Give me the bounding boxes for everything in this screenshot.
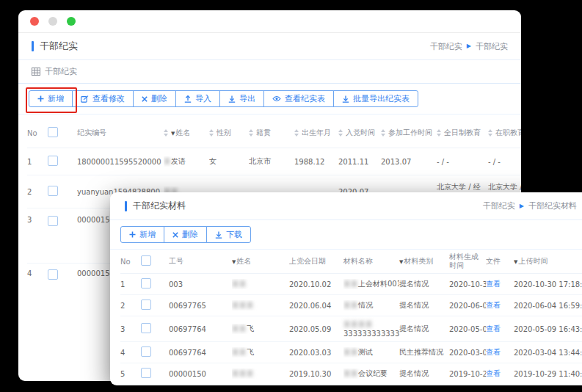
employee-id: 003	[169, 280, 232, 288]
import-button[interactable]: 导入	[175, 90, 220, 107]
column-header-onjob-education[interactable]: 在职教育	[488, 128, 521, 138]
row-checkbox[interactable]	[141, 346, 151, 357]
redacted-text: 某某	[232, 280, 247, 288]
column-header-no: No	[120, 258, 141, 266]
column-header-record-id[interactable]: 纪实编号	[77, 128, 164, 138]
table-row[interactable]: 6 00697764 某某飞 2019.10.30 某某会议纪要 提名情况 20…	[120, 385, 582, 385]
row-no: 4	[120, 349, 141, 357]
column-header-fulltime-education[interactable]: 全日制教育	[437, 128, 488, 138]
column-header-gender[interactable]: 性别	[209, 128, 249, 138]
export-button[interactable]: 导出	[219, 90, 264, 107]
view-file-link[interactable]: 查看	[486, 301, 501, 309]
table-row[interactable]: 4 00697764 某某飞 2020.03.03 某某测试 民主推荐情况 20…	[120, 342, 582, 363]
cadre-record-materials-panel: 干部纪实材料 干部纪实 ▶ 干部纪实材料 新增 删除 下载 No	[110, 192, 582, 385]
person-name: 某某飞	[232, 324, 289, 334]
column-header-upload-time[interactable]: ▼上传时间	[514, 256, 582, 266]
delete-button[interactable]: 删除	[164, 226, 207, 243]
row-checkbox[interactable]	[141, 323, 151, 333]
sort-icon[interactable]	[437, 129, 441, 137]
toolbar-button-group: 新增 查看修改 删除 导入 导出 查看纪实表	[29, 90, 418, 107]
sort-icon[interactable]	[488, 129, 492, 137]
person-name: 某发语	[164, 156, 209, 167]
breadcrumb-root[interactable]: 干部纪实	[430, 41, 462, 52]
column-header-material-name[interactable]: 材料名称	[343, 256, 399, 266]
view-file-link[interactable]: 查看	[486, 369, 501, 377]
table-header-row: No 工号 ▼姓名 上党会日期 材料名称 ▼材料类别 材料生成时间 文件 ▼上传…	[120, 250, 582, 274]
table-row[interactable]: 3 00697764 某某飞 2020.05.09 某某某某3333333333…	[120, 316, 582, 342]
table-row[interactable]: 5 00000150 某某某 2019.10.30 某某会议纪要 提名情况 20…	[120, 363, 582, 385]
row-no: 3	[120, 325, 141, 333]
breadcrumb-root[interactable]: 干部纪实	[483, 200, 515, 211]
add-button[interactable]: 新增	[29, 90, 73, 107]
filter-icon[interactable]: ▼	[514, 259, 517, 265]
redacted-text: 某某	[343, 348, 358, 356]
column-header-employee-id[interactable]: 工号	[169, 256, 232, 266]
column-header-name[interactable]: ▼姓名	[232, 256, 289, 266]
column-header-material-category[interactable]: ▼材料类别	[399, 256, 449, 266]
column-header-name[interactable]: ▼姓名	[164, 128, 209, 138]
sort-icon[interactable]	[381, 129, 385, 137]
sort-icon[interactable]	[249, 129, 253, 137]
batch-export-sheet-button[interactable]: 批量导出纪实表	[333, 90, 418, 107]
view-file-link[interactable]: 查看	[486, 280, 501, 288]
minimize-window-button[interactable]	[48, 17, 57, 26]
breadcrumb-arrow-icon: ▶	[520, 203, 524, 209]
row-checkbox[interactable]	[141, 300, 151, 310]
column-header-native-place[interactable]: 籍贯	[249, 128, 294, 138]
sort-icon[interactable]	[164, 129, 168, 137]
table-row[interactable]: 1 003 某某 2020.10.02 某某上会材料001 提名情况 2020-…	[120, 274, 582, 295]
sort-icon[interactable]	[209, 129, 214, 137]
sort-icon[interactable]	[294, 129, 299, 137]
sort-icon[interactable]	[338, 129, 343, 137]
download-button-label: 下载	[226, 230, 242, 239]
row-checkbox[interactable]	[48, 186, 58, 196]
add-button[interactable]: 新增	[120, 226, 164, 243]
column-header-file: 文件	[486, 256, 514, 266]
material-category: 民主推荐情况	[399, 347, 449, 357]
row-checkbox[interactable]	[141, 278, 151, 288]
table-row[interactable]: 1 180000011595520000 某发语 女 北京市 1988.12 2…	[27, 148, 521, 175]
view-edit-button[interactable]: 查看修改	[72, 90, 134, 107]
material-category: 提名情况	[399, 300, 449, 311]
view-record-sheet-button-label: 查看纪实表	[285, 94, 325, 104]
redacted-text: 某	[164, 157, 171, 165]
filter-icon[interactable]: ▼	[399, 259, 403, 265]
meeting-date: 2020.10.02	[289, 280, 343, 288]
redacted-text: 某某	[343, 301, 358, 309]
breadcrumb-current: 干部纪实材料	[528, 200, 577, 211]
delete-button[interactable]: 删除	[133, 90, 176, 107]
breadcrumb-current: 干部纪实	[476, 41, 508, 52]
view-file-link[interactable]: 查看	[486, 348, 501, 356]
import-button-label: 导入	[195, 94, 211, 104]
page-header: 干部纪实 干部纪实 ▶ 干部纪实	[18, 33, 521, 60]
filter-icon[interactable]: ▼	[232, 259, 236, 265]
column-header-work-start-date[interactable]: 参加工作时间	[381, 128, 437, 138]
page-title-text: 干部纪实材料	[133, 200, 186, 212]
download-button[interactable]: 下载	[206, 226, 251, 243]
column-header-generated-time[interactable]: 材料生成时间	[449, 253, 486, 271]
select-all-checkbox[interactable]	[141, 255, 151, 266]
row-checkbox[interactable]	[141, 368, 151, 378]
column-header-birth-date[interactable]: 出生年月	[294, 128, 338, 138]
add-button-label: 新增	[139, 230, 156, 239]
row-checkbox[interactable]	[48, 216, 58, 226]
delete-button-label: 删除	[182, 230, 198, 239]
table-row[interactable]: 2 00697765 某某某 2020.06.04 某某情况 提名情况 2020…	[120, 295, 582, 316]
maximize-window-button[interactable]	[67, 17, 76, 26]
page-header: 干部纪实材料 干部纪实 ▶ 干部纪实材料	[110, 192, 582, 220]
column-header-party-join-date[interactable]: 入党时间	[338, 128, 381, 138]
row-checkbox[interactable]	[48, 156, 58, 166]
upload-time: 2020-06-04 16:59:51	[514, 302, 582, 310]
row-checkbox[interactable]	[48, 269, 58, 280]
row-no: 4	[27, 269, 48, 277]
column-header-meeting-date[interactable]: 上党会日期	[289, 256, 343, 266]
view-record-sheet-button[interactable]: 查看纪实表	[263, 90, 334, 107]
filter-icon[interactable]: ▼	[171, 131, 175, 137]
employee-id: 00697764	[169, 325, 232, 333]
select-all-checkbox[interactable]	[48, 127, 58, 137]
view-file-link[interactable]: 查看	[486, 324, 501, 333]
employee-id: 00697764	[169, 349, 232, 357]
table-header-row: No 纪实编号 ▼姓名 性别 籍贯 出生年月 入党时间 参加工作时间 全日制教育…	[27, 115, 521, 148]
window-titlebar	[18, 10, 521, 33]
close-window-button[interactable]	[30, 17, 39, 26]
